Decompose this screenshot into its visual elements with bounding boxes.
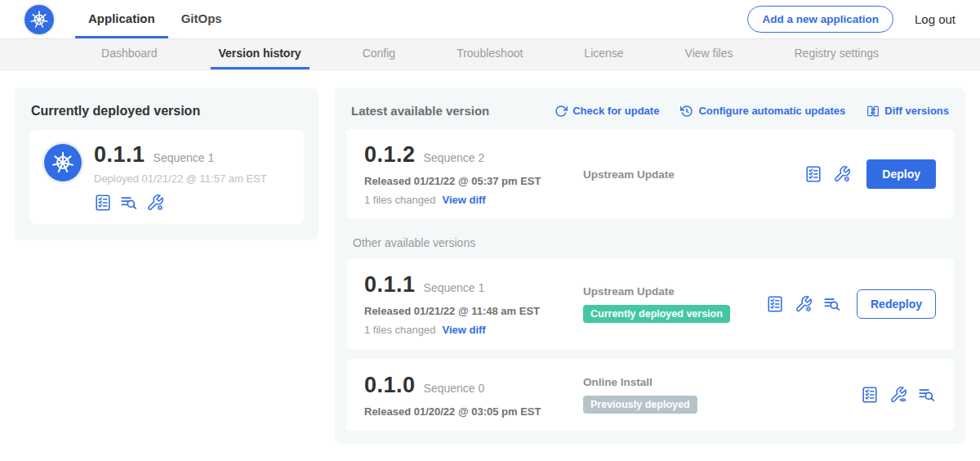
latest-available-title: Latest available version <box>351 104 489 118</box>
add-new-application-button[interactable]: Add a new application <box>747 6 893 33</box>
sequence-label: Sequence 0 <box>424 382 485 395</box>
deployed-panel-title: Currently deployed version <box>31 104 304 119</box>
subnav-tab-view-files[interactable]: View files <box>677 39 742 69</box>
previously-deployed-badge: Previously deployed <box>583 396 697 414</box>
app-header: Application GitOps Add a new application… <box>0 0 980 39</box>
check-for-update-link[interactable]: Check for update <box>555 105 659 118</box>
version-number: 0.1.1 <box>364 272 416 298</box>
deploy-button[interactable]: Deploy <box>866 159 936 189</box>
released-timestamp: Released 01/20/22 @ 03:05 pm EST <box>364 405 583 418</box>
view-diff-link[interactable]: View diff <box>442 324 485 336</box>
subnav-tab-registry-settings[interactable]: Registry settings <box>786 39 887 69</box>
diff-icon <box>866 105 880 118</box>
diff-versions-label: Diff versions <box>884 105 949 117</box>
redeploy-button[interactable]: Redeploy <box>857 289 936 319</box>
released-timestamp: Released 01/21/22 @ 05:37 pm EST <box>364 175 583 187</box>
subnav-tab-troubleshoot[interactable]: Troubleshoot <box>448 39 531 69</box>
logout-link[interactable]: Log out <box>915 12 956 26</box>
version-number: 0.1.2 <box>364 142 416 168</box>
deployed-timestamp: Deployed 01/21/22 @ 11:57 am EST <box>94 172 267 185</box>
schedule-update-icon <box>680 105 693 118</box>
subnav-tab-version-history[interactable]: Version history <box>211 39 310 69</box>
version-card-0-1-2: 0.1.2 Sequence 2 Released 01/21/22 @ 05:… <box>346 129 954 219</box>
version-source-label: Upstream Update <box>583 285 766 298</box>
configure-automatic-updates-label: Configure automatic updates <box>698 105 845 117</box>
deployed-version-card: 0.1.1 Sequence 1 Deployed 01/21/22 @ 11:… <box>29 130 304 224</box>
version-card-0-1-0: 0.1.0 Sequence 0 Released 01/20/22 @ 03:… <box>346 359 954 431</box>
header-tabs: Application GitOps <box>75 0 235 38</box>
configure-automatic-updates-link[interactable]: Configure automatic updates <box>680 105 845 118</box>
app-kubernetes-icon <box>44 144 82 181</box>
edit-config-icon[interactable] <box>795 295 813 313</box>
sequence-label: Sequence 2 <box>424 151 485 164</box>
app-subnav: Dashboard Version history Config Trouble… <box>0 39 980 70</box>
edit-config-icon[interactable] <box>146 194 164 212</box>
released-timestamp: Released 01/21/22 @ 11:48 am EST <box>364 305 583 317</box>
view-logs-icon[interactable] <box>918 386 936 404</box>
tab-gitops[interactable]: GitOps <box>168 0 235 38</box>
kubernetes-helm-icon <box>24 5 54 34</box>
files-changed-label: 1 files changed <box>364 194 435 206</box>
version-card-0-1-1: 0.1.1 Sequence 1 Released 01/21/22 @ 11:… <box>346 259 954 349</box>
view-diff-link[interactable]: View diff <box>442 194 485 206</box>
subnav-tab-license[interactable]: License <box>576 39 631 69</box>
deployed-sequence-label: Sequence 1 <box>154 151 215 164</box>
diff-versions-link[interactable]: Diff versions <box>866 105 949 118</box>
files-changed-label: 1 files changed <box>364 324 435 336</box>
subnav-tab-dashboard[interactable]: Dashboard <box>93 39 166 69</box>
preflight-checks-icon[interactable] <box>94 194 112 212</box>
currently-deployed-panel: Currently deployed version 0.1.1 Sequenc… <box>15 87 318 240</box>
view-logs-icon[interactable] <box>823 295 841 313</box>
refresh-icon <box>555 105 568 118</box>
preflight-checks-icon[interactable] <box>861 386 879 404</box>
available-versions-panel: Latest available version Check for updat… <box>335 87 965 444</box>
view-config-icon[interactable] <box>889 386 907 404</box>
preflight-checks-icon[interactable] <box>804 165 822 183</box>
version-source-label: Online Install <box>583 376 861 388</box>
version-source-label: Upstream Update <box>583 168 804 181</box>
subnav-tab-config[interactable]: Config <box>354 39 403 69</box>
other-available-versions-title: Other available versions <box>353 236 947 249</box>
preflight-checks-icon[interactable] <box>766 295 784 313</box>
version-number: 0.1.0 <box>364 373 416 398</box>
currently-deployed-badge: Currently deployed version <box>583 305 730 323</box>
view-logs-icon[interactable] <box>120 194 138 212</box>
check-for-update-label: Check for update <box>572 105 659 117</box>
edit-config-icon[interactable] <box>833 165 851 183</box>
deployed-version-number: 0.1.1 <box>94 142 145 168</box>
sequence-label: Sequence 1 <box>424 281 485 294</box>
tab-application[interactable]: Application <box>75 0 168 38</box>
